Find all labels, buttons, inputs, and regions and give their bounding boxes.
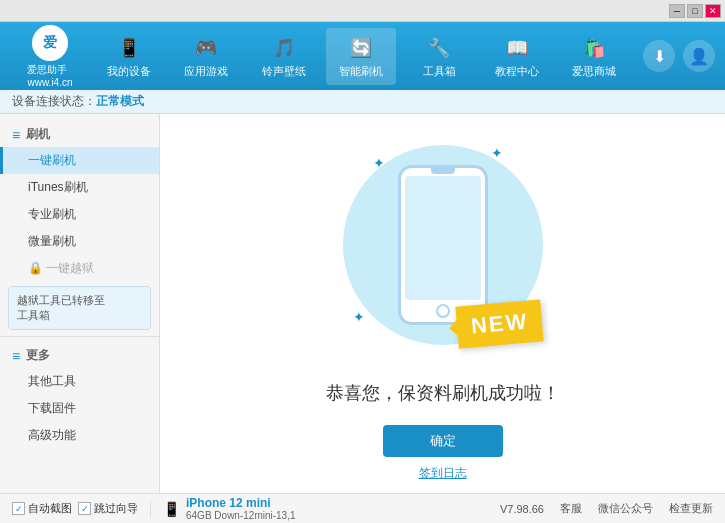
bottom-right: V7.98.66 客服 微信公众号 检查更新 <box>500 501 713 516</box>
sidebar-item-one-key-flash[interactable]: 一键刷机 <box>0 147 159 174</box>
toolbox-icon: 🔧 <box>425 34 453 62</box>
sparkle-1: ✦ <box>373 155 385 171</box>
logo-letter: 爱 <box>43 34 57 52</box>
title-bar: ─ □ ✕ <box>0 0 725 22</box>
skip-wizard-check-box: ✓ <box>78 502 91 515</box>
check-update-link[interactable]: 检查更新 <box>669 501 713 516</box>
logo-text: 爱思助手 www.i4.cn <box>27 63 72 88</box>
auto-screenshot-check-box: ✓ <box>12 502 25 515</box>
content-area: ✦ ✦ ✦ NEW 恭喜您，保资料刷机成功啦！ 确定 签到日志 <box>160 114 725 493</box>
apps-games-icon: 🎮 <box>192 34 220 62</box>
window-controls: ─ □ ✕ <box>669 4 721 18</box>
flash-section-label: 刷机 <box>26 126 50 143</box>
sidebar-item-micro-flash[interactable]: 微量刷机 <box>0 228 159 255</box>
tutorial-label: 教程中心 <box>495 64 539 79</box>
device-detail: 64GB Down-12mini-13,1 <box>186 510 296 521</box>
status-bar: 设备连接状态： 正常模式 <box>0 90 725 114</box>
sidebar: ≡ 刷机 一键刷机 iTunes刷机 专业刷机 微量刷机 🔒 一键越狱 越狱工具… <box>0 114 160 493</box>
sparkle-3: ✦ <box>353 309 365 325</box>
shop-icon: 🛍️ <box>580 34 608 62</box>
nav-smart-shop[interactable]: 🔄 智能刷机 <box>326 28 396 85</box>
toolbox-label: 工具箱 <box>423 64 456 79</box>
user-button[interactable]: 👤 <box>683 40 715 72</box>
sparkle-2: ✦ <box>491 145 503 161</box>
tutorial-icon: 📖 <box>503 34 531 62</box>
daily-link[interactable]: 签到日志 <box>419 465 467 482</box>
nav-right-buttons: ⬇ 👤 <box>643 40 715 72</box>
flash-section-icon: ≡ <box>12 127 20 143</box>
sidebar-more-header: ≡ 更多 <box>0 343 159 368</box>
phone-body <box>398 165 488 325</box>
device-name: iPhone 12 mini <box>186 496 296 510</box>
nav-my-device[interactable]: 📱 我的设备 <box>94 28 164 85</box>
sidebar-item-advanced[interactable]: 高级功能 <box>0 422 159 449</box>
phone-illustration: ✦ ✦ ✦ NEW <box>333 125 553 365</box>
sidebar-item-jailbreak-disabled: 🔒 一键越狱 <box>0 255 159 282</box>
ringtones-label: 铃声壁纸 <box>262 64 306 79</box>
phone-screen <box>405 176 481 300</box>
phone-device <box>398 165 488 325</box>
nav-apps-games[interactable]: 🎮 应用游戏 <box>171 28 241 85</box>
sidebar-flash-header: ≡ 刷机 <box>0 122 159 147</box>
status-value: 正常模式 <box>96 93 144 110</box>
download-button[interactable]: ⬇ <box>643 40 675 72</box>
wechat-link[interactable]: 微信公众号 <box>598 501 653 516</box>
close-button[interactable]: ✕ <box>705 4 721 18</box>
logo-icon: 爱 <box>32 25 68 61</box>
smart-shop-label: 智能刷机 <box>339 64 383 79</box>
nav-tutorial[interactable]: 📖 教程中心 <box>482 28 552 85</box>
apps-games-label: 应用游戏 <box>184 64 228 79</box>
device-icon: 📱 <box>163 501 180 517</box>
nav-toolbox[interactable]: 🔧 工具箱 <box>404 28 474 85</box>
separator <box>150 501 151 517</box>
status-label: 设备连接状态： <box>12 93 96 110</box>
phone-notch <box>431 168 455 174</box>
my-device-label: 我的设备 <box>107 64 151 79</box>
skip-wizard-checkbox[interactable]: ✓ 跳过向导 <box>78 501 138 516</box>
sidebar-notice: 越狱工具已转移至 工具箱 <box>8 286 151 330</box>
nav-ringtones[interactable]: 🎵 铃声壁纸 <box>249 28 319 85</box>
top-navigation: 爱 爱思助手 www.i4.cn 📱 我的设备 🎮 应用游戏 🎵 铃声壁纸 🔄 … <box>0 22 725 90</box>
smart-shop-icon: 🔄 <box>347 34 375 62</box>
my-device-icon: 📱 <box>115 34 143 62</box>
sidebar-item-other-tools[interactable]: 其他工具 <box>0 368 159 395</box>
new-ribbon-text: NEW <box>456 299 545 348</box>
nav-shop[interactable]: 🛍️ 爱思商城 <box>559 28 629 85</box>
main-area: ≡ 刷机 一键刷机 iTunes刷机 专业刷机 微量刷机 🔒 一键越狱 越狱工具… <box>0 114 725 493</box>
sidebar-item-download-fw[interactable]: 下载固件 <box>0 395 159 422</box>
customer-service-link[interactable]: 客服 <box>560 501 582 516</box>
nav-items: 📱 我的设备 🎮 应用游戏 🎵 铃声壁纸 🔄 智能刷机 🔧 工具箱 📖 教程中心… <box>90 28 633 85</box>
bottom-left: ✓ 自动截图 ✓ 跳过向导 📱 iPhone 12 mini 64GB Down… <box>12 496 296 521</box>
device-info: 📱 iPhone 12 mini 64GB Down-12mini-13,1 <box>163 496 296 521</box>
auto-screenshot-checkbox[interactable]: ✓ 自动截图 <box>12 501 72 516</box>
sidebar-item-itunes-flash[interactable]: iTunes刷机 <box>0 174 159 201</box>
confirm-button[interactable]: 确定 <box>383 425 503 457</box>
logo: 爱 爱思助手 www.i4.cn <box>10 25 90 88</box>
shop-label: 爱思商城 <box>572 64 616 79</box>
maximize-button[interactable]: □ <box>687 4 703 18</box>
ringtones-icon: 🎵 <box>270 34 298 62</box>
bottom-area: ✓ 自动截图 ✓ 跳过向导 📱 iPhone 12 mini 64GB Down… <box>0 493 725 523</box>
sidebar-divider <box>0 336 159 337</box>
sidebar-item-pro-flash[interactable]: 专业刷机 <box>0 201 159 228</box>
success-message: 恭喜您，保资料刷机成功啦！ <box>326 381 560 405</box>
minimize-button[interactable]: ─ <box>669 4 685 18</box>
more-section-label: 更多 <box>26 347 50 364</box>
phone-home-button <box>436 304 450 318</box>
new-badge: NEW <box>457 303 542 345</box>
more-section-icon: ≡ <box>12 348 20 364</box>
